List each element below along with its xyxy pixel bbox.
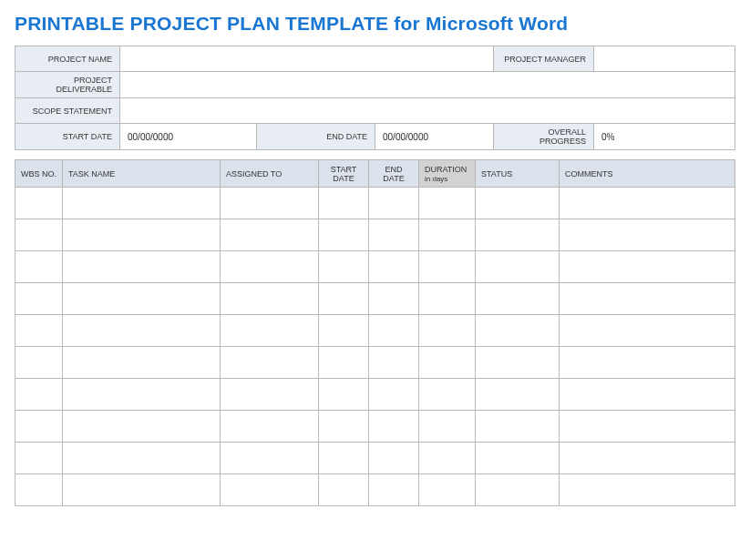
cell-assigned-to[interactable] xyxy=(221,347,319,379)
cell-start-date[interactable] xyxy=(319,379,369,411)
cell-comments[interactable] xyxy=(560,219,735,251)
end-date-field[interactable]: 00/00/0000 xyxy=(375,124,494,150)
cell-task-name[interactable] xyxy=(63,188,221,219)
cell-assigned-to[interactable] xyxy=(221,188,319,219)
cell-status[interactable] xyxy=(476,443,560,474)
cell-start-date[interactable] xyxy=(319,188,369,219)
cell-start-date[interactable] xyxy=(319,347,369,379)
header-task-name: TASK NAME xyxy=(63,160,221,188)
page-title: PRINTABLE PROJECT PLAN TEMPLATE for Micr… xyxy=(15,13,735,35)
cell-end-date[interactable] xyxy=(369,379,419,411)
project-name-field[interactable] xyxy=(120,46,494,72)
header-status: STATUS xyxy=(476,160,560,188)
cell-task-name[interactable] xyxy=(63,379,221,411)
cell-assigned-to[interactable] xyxy=(221,315,319,347)
cell-duration[interactable] xyxy=(419,474,476,506)
cell-task-name[interactable] xyxy=(63,347,221,379)
cell-duration[interactable] xyxy=(419,411,476,443)
cell-status[interactable] xyxy=(476,474,560,506)
cell-task-name[interactable] xyxy=(63,411,221,443)
cell-duration[interactable] xyxy=(419,443,476,474)
cell-status[interactable] xyxy=(476,188,560,219)
cell-duration[interactable] xyxy=(419,315,476,347)
cell-wbs-no[interactable] xyxy=(15,251,63,283)
table-row xyxy=(15,474,735,506)
cell-end-date[interactable] xyxy=(369,411,419,443)
cell-duration[interactable] xyxy=(419,219,476,251)
cell-start-date[interactable] xyxy=(319,219,369,251)
cell-comments[interactable] xyxy=(560,315,735,347)
header-end-date: END DATE xyxy=(369,160,419,188)
overall-progress-field[interactable]: 0% xyxy=(594,124,735,150)
header-duration-sub: in days xyxy=(425,175,469,183)
cell-start-date[interactable] xyxy=(319,315,369,347)
cell-end-date[interactable] xyxy=(369,347,419,379)
cell-assigned-to[interactable] xyxy=(221,379,319,411)
cell-comments[interactable] xyxy=(560,188,735,219)
cell-start-date[interactable] xyxy=(319,251,369,283)
cell-duration[interactable] xyxy=(419,283,476,315)
cell-task-name[interactable] xyxy=(63,283,221,315)
cell-comments[interactable] xyxy=(560,411,735,443)
cell-task-name[interactable] xyxy=(63,219,221,251)
cell-status[interactable] xyxy=(476,283,560,315)
cell-assigned-to[interactable] xyxy=(221,443,319,474)
cell-wbs-no[interactable] xyxy=(15,283,63,315)
project-manager-field[interactable] xyxy=(594,46,735,72)
cell-wbs-no[interactable] xyxy=(15,347,63,379)
cell-wbs-no[interactable] xyxy=(15,379,63,411)
cell-comments[interactable] xyxy=(560,251,735,283)
cell-wbs-no[interactable] xyxy=(15,219,63,251)
cell-end-date[interactable] xyxy=(369,251,419,283)
cell-end-date[interactable] xyxy=(369,474,419,506)
cell-start-date[interactable] xyxy=(319,474,369,506)
project-deliverable-field[interactable] xyxy=(120,72,735,98)
cell-assigned-to[interactable] xyxy=(221,474,319,506)
start-date-field[interactable]: 00/00/0000 xyxy=(120,124,257,150)
cell-wbs-no[interactable] xyxy=(15,474,63,506)
cell-status[interactable] xyxy=(476,251,560,283)
cell-task-name[interactable] xyxy=(63,315,221,347)
cell-wbs-no[interactable] xyxy=(15,188,63,219)
cell-status[interactable] xyxy=(476,219,560,251)
cell-duration[interactable] xyxy=(419,379,476,411)
cell-assigned-to[interactable] xyxy=(221,251,319,283)
cell-comments[interactable] xyxy=(560,474,735,506)
cell-status[interactable] xyxy=(476,411,560,443)
cell-end-date[interactable] xyxy=(369,219,419,251)
cell-assigned-to[interactable] xyxy=(221,411,319,443)
scope-statement-field[interactable] xyxy=(120,98,735,124)
cell-start-date[interactable] xyxy=(319,443,369,474)
cell-duration[interactable] xyxy=(419,347,476,379)
table-row xyxy=(15,219,735,251)
cell-end-date[interactable] xyxy=(369,283,419,315)
cell-wbs-no[interactable] xyxy=(15,411,63,443)
header-duration-main: DURATION xyxy=(425,165,467,174)
cell-wbs-no[interactable] xyxy=(15,443,63,474)
cell-status[interactable] xyxy=(476,347,560,379)
cell-end-date[interactable] xyxy=(369,315,419,347)
header-assigned-to: ASSIGNED TO xyxy=(221,160,319,188)
cell-end-date[interactable] xyxy=(369,443,419,474)
cell-end-date[interactable] xyxy=(369,188,419,219)
cell-task-name[interactable] xyxy=(63,474,221,506)
cell-duration[interactable] xyxy=(419,251,476,283)
cell-task-name[interactable] xyxy=(63,443,221,474)
cell-start-date[interactable] xyxy=(319,283,369,315)
cell-status[interactable] xyxy=(476,315,560,347)
end-date-label: END DATE xyxy=(257,124,375,150)
cell-status[interactable] xyxy=(476,379,560,411)
cell-comments[interactable] xyxy=(560,379,735,411)
cell-start-date[interactable] xyxy=(319,411,369,443)
cell-assigned-to[interactable] xyxy=(221,219,319,251)
task-table: WBS NO. TASK NAME ASSIGNED TO START DATE… xyxy=(15,159,735,506)
cell-comments[interactable] xyxy=(560,283,735,315)
cell-comments[interactable] xyxy=(560,443,735,474)
cell-wbs-no[interactable] xyxy=(15,315,63,347)
cell-comments[interactable] xyxy=(560,347,735,379)
cell-duration[interactable] xyxy=(419,188,476,219)
header-duration: DURATION in days xyxy=(419,160,476,188)
cell-task-name[interactable] xyxy=(63,251,221,283)
cell-assigned-to[interactable] xyxy=(221,283,319,315)
table-row xyxy=(15,188,735,219)
